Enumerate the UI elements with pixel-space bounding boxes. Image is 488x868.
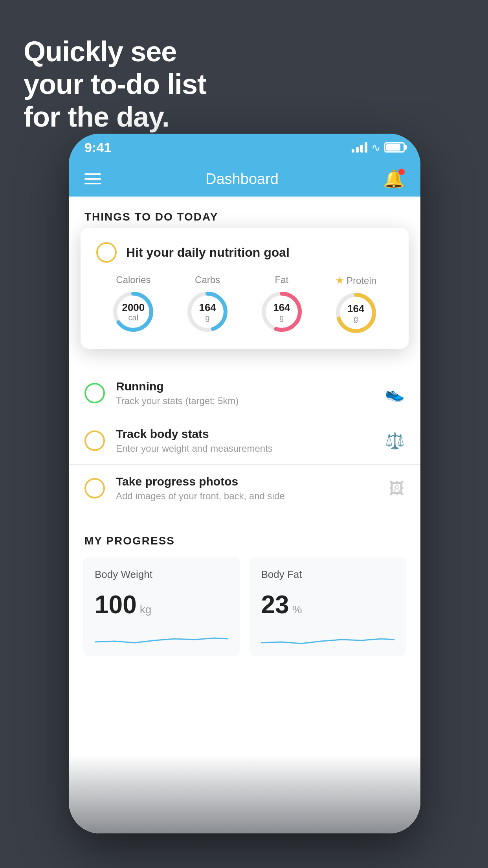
todo-list: Running Track your stats (target: 5km) 👟…	[69, 370, 420, 512]
nutrition-calories: Calories 2000 cal	[112, 274, 155, 333]
carbs-ring: 164 g	[186, 290, 229, 333]
running-content: Running Track your stats (target: 5km)	[116, 380, 374, 406]
carbs-label: Carbs	[195, 274, 220, 285]
battery-icon	[384, 142, 405, 153]
wifi-icon: ∿	[371, 141, 380, 154]
body-stats-list-item[interactable]: Track body stats Enter your weight and m…	[69, 417, 420, 465]
nutrition-protein: ★ Protein 164 g	[334, 274, 378, 335]
fat-ring: 164 g	[260, 290, 303, 333]
content-area: THINGS TO DO TODAY Hit your daily nutrit…	[69, 197, 420, 833]
calories-unit: cal	[128, 313, 139, 322]
body-stats-check-circle[interactable]	[84, 430, 105, 451]
body-fat-card[interactable]: Body Fat 23 %	[250, 557, 407, 656]
body-fat-value-row: 23 %	[261, 590, 395, 619]
calories-label: Calories	[116, 274, 150, 285]
body-fat-card-title: Body Fat	[261, 568, 395, 581]
fat-label: Fat	[275, 274, 289, 285]
protein-label-row: ★ Protein	[335, 274, 376, 287]
my-progress-heading: MY PROGRESS	[69, 519, 420, 557]
protein-unit: g	[354, 314, 358, 323]
protein-value: 164	[347, 303, 364, 314]
progress-photos-subtitle: Add images of your front, back, and side	[116, 491, 378, 502]
my-progress-section: MY PROGRESS Body Weight 100 kg Body Fat	[69, 519, 420, 672]
menu-button[interactable]	[84, 173, 101, 184]
nutrition-fat: Fat 164 g	[260, 274, 303, 333]
body-weight-unit: kg	[140, 603, 152, 616]
progress-cards-row: Body Weight 100 kg Body Fat 23 %	[69, 557, 420, 656]
nutrition-card-header: Hit your daily nutrition goal	[96, 242, 393, 263]
nutrition-row: Calories 2000 cal Carbs	[96, 274, 393, 335]
body-weight-value-row: 100 kg	[95, 590, 228, 619]
running-icon: 👟	[385, 384, 405, 403]
fat-value: 164	[273, 302, 290, 313]
body-stats-icon: ⚖️	[385, 432, 405, 450]
running-list-item[interactable]: Running Track your stats (target: 5km) 👟	[69, 370, 420, 417]
nav-title: Dashboard	[205, 171, 279, 188]
progress-photos-content: Take progress photos Add images of your …	[116, 475, 378, 502]
calories-value: 2000	[122, 302, 145, 313]
running-subtitle: Track your stats (target: 5km)	[116, 395, 374, 406]
body-stats-title: Track body stats	[116, 427, 374, 441]
progress-photos-title: Take progress photos	[116, 475, 378, 488]
body-fat-value: 23	[261, 590, 289, 619]
running-check-circle[interactable]	[84, 383, 105, 403]
bottom-overlay	[69, 755, 420, 833]
body-fat-unit: %	[292, 603, 302, 616]
star-icon: ★	[335, 274, 344, 287]
body-stats-content: Track body stats Enter your weight and m…	[116, 427, 374, 454]
status-bar: 9:41 ∿	[69, 134, 420, 161]
status-icons: ∿	[352, 141, 405, 154]
progress-photos-check-circle[interactable]	[84, 478, 105, 498]
nutrition-card-title: Hit your daily nutrition goal	[126, 245, 290, 260]
nutrition-carbs: Carbs 164 g	[186, 274, 229, 333]
notification-button[interactable]: 🔔	[383, 169, 405, 189]
hero-line2: your to-do list	[24, 68, 206, 100]
nutrition-check-circle[interactable]	[96, 242, 117, 263]
hero-line3: for the day.	[24, 101, 169, 132]
fat-unit: g	[279, 313, 284, 322]
body-weight-card[interactable]: Body Weight 100 kg	[83, 557, 240, 656]
body-stats-subtitle: Enter your weight and measurements	[116, 443, 374, 454]
signal-icon	[352, 142, 367, 153]
nutrition-todo-card[interactable]: Hit your daily nutrition goal Calories 2…	[81, 228, 409, 349]
progress-photos-icon: 🖼	[389, 480, 405, 497]
running-title: Running	[116, 380, 374, 393]
notification-badge	[398, 169, 405, 175]
status-time: 9:41	[84, 140, 111, 155]
top-nav: Dashboard 🔔	[69, 161, 420, 197]
hero-text: Quickly see your to-do list for the day.	[24, 35, 206, 133]
calories-ring: 2000 cal	[112, 290, 155, 333]
body-weight-card-title: Body Weight	[95, 568, 228, 581]
carbs-unit: g	[205, 313, 210, 322]
body-fat-chart	[261, 627, 395, 647]
hero-line1: Quickly see	[24, 36, 176, 67]
body-weight-chart	[95, 627, 228, 647]
phone-shell: 9:41 ∿ Dashboard 🔔 THINGS TO DO TODA	[69, 134, 420, 833]
protein-label: Protein	[347, 275, 376, 286]
protein-ring: 164 g	[334, 291, 378, 335]
things-to-do-heading: THINGS TO DO TODAY	[69, 197, 420, 231]
body-weight-value: 100	[95, 590, 137, 619]
carbs-value: 164	[199, 302, 216, 313]
progress-photos-list-item[interactable]: Take progress photos Add images of your …	[69, 465, 420, 512]
